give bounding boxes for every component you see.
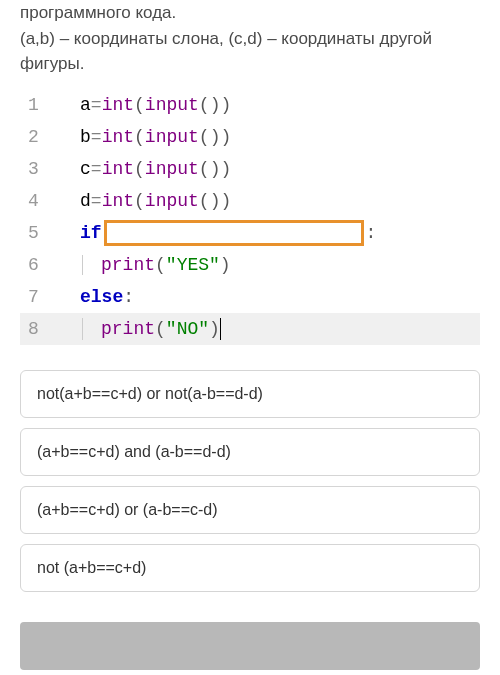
option-1[interactable]: (a+b==c+d) and (a-b==d-d) [20,428,480,476]
line-number: 3 [20,159,60,179]
code-line-7: 7 else : [20,281,480,313]
line-number: 8 [20,319,60,339]
code-content: c=int(input()) [60,159,480,179]
line-number: 7 [20,287,60,307]
option-0[interactable]: not(a+b==c+d) or not(a-b==d-d) [20,370,480,418]
line-number: 4 [20,191,60,211]
line-number: 5 [20,223,60,243]
code-line-8: 8 print("NO") [20,313,480,345]
code-line-5: 5 if : [20,217,480,249]
code-block: 1 a=int(input()) 2 b=int(input()) 3 c=in… [20,89,480,345]
answer-options: not(a+b==c+d) or not(a-b==d-d) (a+b==c+d… [20,370,480,592]
code-content: print("NO") [60,318,480,340]
code-content: d=int(input()) [60,191,480,211]
code-line-6: 6 print("YES") [20,249,480,281]
code-content: print("YES") [60,255,480,275]
line-number: 1 [20,95,60,115]
option-2[interactable]: (a+b==c+d) or (a-b==c-d) [20,486,480,534]
intro-line-1: программного кода. [20,0,480,26]
code-content: a=int(input()) [60,95,480,115]
option-3[interactable]: not (a+b==c+d) [20,544,480,592]
code-line-3: 3 c=int(input()) [20,153,480,185]
answer-blank[interactable] [104,220,364,246]
code-line-1: 1 a=int(input()) [20,89,480,121]
question-intro: программного кода. (a,b) – координаты сл… [20,0,480,77]
code-content: else : [60,287,480,307]
code-content: if : [60,220,480,246]
submit-button[interactable] [20,622,480,670]
line-number: 6 [20,255,60,275]
line-number: 2 [20,127,60,147]
code-line-2: 2 b=int(input()) [20,121,480,153]
text-cursor [220,318,221,340]
code-line-4: 4 d=int(input()) [20,185,480,217]
intro-line-2: (a,b) – координаты слона, (c,d) – коорди… [20,26,480,77]
code-content: b=int(input()) [60,127,480,147]
